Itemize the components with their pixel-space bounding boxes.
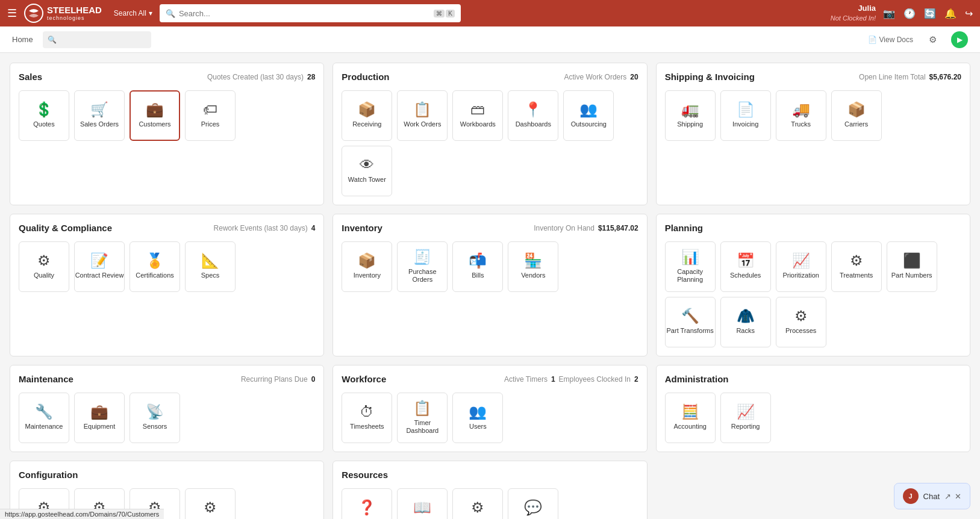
module-label-capacity-planning: Capacity Planning: [666, 268, 715, 284]
settings-gear-icon[interactable]: ⚙: [929, 34, 937, 45]
module-item-receiving[interactable]: 📦Receiving: [342, 90, 392, 141]
section-maintenance: MaintenanceRecurring Plans Due 0🔧Mainten…: [10, 365, 324, 452]
expand-icon[interactable]: ↗: [944, 492, 951, 501]
module-item-quotes[interactable]: 💲Quotes: [19, 90, 69, 141]
bell-icon[interactable]: 🔔: [944, 8, 957, 19]
cmd-key: ⌘: [434, 10, 445, 17]
module-item-contract-review[interactable]: 📝Contract Review: [74, 241, 125, 292]
module-item-work-orders[interactable]: 📋Work Orders: [397, 90, 448, 141]
module-label-part-numbers: Part Numbers: [891, 272, 932, 279]
section-stat-sales: Quotes Created (last 30 days) 28: [207, 73, 315, 81]
search-icon: 🔍: [166, 9, 175, 18]
module-item-specs[interactable]: 📐Specs: [185, 241, 236, 292]
close-chat-icon[interactable]: ✕: [955, 492, 961, 501]
module-label-part-transforms: Part Transforms: [667, 327, 714, 335]
breadcrumb-search[interactable]: 🔍: [43, 31, 151, 48]
module-item-trucks[interactable]: 🚚Trucks: [776, 90, 826, 141]
module-item-reporting[interactable]: 📈Reporting: [720, 393, 771, 443]
hamburger-menu[interactable]: ☰: [7, 7, 17, 20]
module-item-maintenance[interactable]: 🔧Maintenance: [19, 393, 69, 443]
module-label-accounting: Accounting: [673, 423, 706, 430]
search-all-dropdown[interactable]: Search All ▾: [114, 9, 152, 17]
module-item-capacity-planning[interactable]: 📊Capacity Planning: [665, 241, 716, 292]
module-label-outsourcing: Outsourcing: [571, 120, 607, 128]
module-item-sales-orders[interactable]: 🛒Sales Orders: [74, 90, 125, 141]
section-sales: SalesQuotes Created (last 30 days) 28💲Qu…: [10, 63, 324, 205]
module-label-trucks: Trucks: [791, 120, 811, 128]
module-icon-: ⚙: [204, 500, 217, 515]
module-icon-part-transforms: 🔨: [681, 309, 699, 323]
module-item-carriers[interactable]: 📦Carriers: [831, 90, 882, 141]
breadcrumb-home[interactable]: Home: [12, 35, 33, 44]
module-item-users[interactable]: 👥Users: [452, 393, 503, 443]
module-item-treatments[interactable]: ⚙Treatments: [831, 241, 882, 292]
module-item-[interactable]: 💬...: [508, 488, 558, 519]
module-item-[interactable]: ❓...: [342, 488, 392, 519]
module-icon-reporting: 📈: [737, 405, 755, 419]
view-docs-button[interactable]: 📄 View Docs: [868, 36, 913, 44]
section-shipping: Shipping & InvoicingOpen Line Item Total…: [656, 63, 970, 205]
module-item-outsourcing[interactable]: 👥Outsourcing: [563, 90, 614, 141]
module-icon-bills: 📬: [469, 253, 487, 268]
module-icon-sensors: 📡: [146, 405, 164, 419]
play-button[interactable]: ▶: [951, 31, 968, 48]
module-label-processes: Processes: [785, 327, 816, 335]
nav-icons: 📷 🕐 🔄 🔔 ↪: [883, 8, 973, 19]
section-title-inventory: Inventory: [342, 223, 382, 233]
module-item-racks[interactable]: 🧥Racks: [720, 297, 771, 347]
global-search-box[interactable]: 🔍 ⌘ K: [160, 4, 461, 22]
module-item-[interactable]: 📖...: [397, 488, 448, 519]
module-icon-equipment: 💼: [90, 405, 108, 419]
module-item-watch-tower[interactable]: 👁Watch Tower: [342, 146, 392, 196]
module-item-accounting[interactable]: 🧮Accounting: [665, 393, 716, 443]
chat-widget[interactable]: J Chat ↗ ✕: [894, 483, 970, 509]
module-item-prioritization[interactable]: 📈Prioritization: [776, 241, 826, 292]
module-icon-work-orders: 📋: [413, 102, 431, 117]
module-icon-: ❓: [358, 500, 376, 515]
module-icon-watch-tower: 👁: [360, 158, 374, 172]
camera-icon[interactable]: 📷: [883, 8, 895, 19]
module-item-equipment[interactable]: 💼Equipment: [74, 393, 125, 443]
module-label-inventory: Inventory: [354, 272, 381, 279]
module-label-contract-review: Contract Review: [75, 272, 124, 279]
module-item-timer-dashboard[interactable]: 📋Timer Dashboard: [397, 393, 448, 443]
module-item-purchase-orders[interactable]: 🧾Purchase Orders: [397, 241, 448, 292]
module-item-schedules[interactable]: 📅Schedules: [720, 241, 771, 292]
module-grid-shipping: 🚛Shipping📄Invoicing🚚Trucks📦Carriers: [665, 90, 961, 141]
module-icon-quotes: 💲: [35, 102, 53, 117]
module-item-shipping[interactable]: 🚛Shipping: [665, 90, 716, 141]
module-item-inventory[interactable]: 📦Inventory: [342, 241, 392, 292]
module-label-equipment: Equipment: [84, 423, 116, 430]
module-grid-maintenance: 🔧Maintenance💼Equipment📡Sensors: [19, 393, 315, 443]
module-item-bills[interactable]: 📬Bills: [452, 241, 503, 292]
module-item-timesheets[interactable]: ⏱Timesheets: [342, 393, 392, 443]
module-icon-timesheets: ⏱: [360, 405, 374, 419]
clock-icon[interactable]: 🕐: [904, 8, 916, 19]
section-resources: Resources❓...📖...⚙...💬...: [332, 461, 647, 519]
module-item-prices[interactable]: 🏷Prices: [185, 90, 236, 141]
module-icon-inventory: 📦: [358, 253, 376, 268]
keyboard-hint: ⌘ K: [434, 10, 455, 17]
refresh-icon[interactable]: 🔄: [924, 8, 936, 19]
module-grid-inventory: 📦Inventory🧾Purchase Orders📬Bills🏪Vendors: [342, 241, 638, 292]
module-item-dashboards[interactable]: 📍Dashboards: [508, 90, 558, 141]
search-input[interactable]: [179, 9, 434, 18]
logo[interactable]: STEELHEAD technologies: [24, 4, 102, 23]
module-icon-: ⚙: [471, 500, 484, 515]
module-item-[interactable]: ⚙...: [452, 488, 503, 519]
module-item-part-numbers[interactable]: ⬛Part Numbers: [887, 241, 937, 292]
module-item-[interactable]: ⚙...: [185, 488, 236, 519]
module-item-workboards[interactable]: 🗃Workboards: [452, 90, 503, 141]
module-item-sensors[interactable]: 📡Sensors: [130, 393, 180, 443]
module-item-part-transforms[interactable]: 🔨Part Transforms: [665, 297, 716, 347]
module-icon-prioritization: 📈: [792, 253, 810, 268]
module-item-certifications[interactable]: 🏅Certifications: [130, 241, 180, 292]
module-icon-quality: ⚙: [37, 253, 51, 268]
module-item-customers[interactable]: 💼Customers: [130, 90, 180, 141]
module-item-quality[interactable]: ⚙Quality: [19, 241, 69, 292]
module-item-invoicing[interactable]: 📄Invoicing: [720, 90, 771, 141]
section-workforce: WorkforceActive Timers 1 Employees Clock…: [332, 365, 647, 452]
logout-icon[interactable]: ↪: [965, 8, 973, 19]
module-item-processes[interactable]: ⚙Processes: [776, 297, 826, 347]
module-item-vendors[interactable]: 🏪Vendors: [508, 241, 558, 292]
